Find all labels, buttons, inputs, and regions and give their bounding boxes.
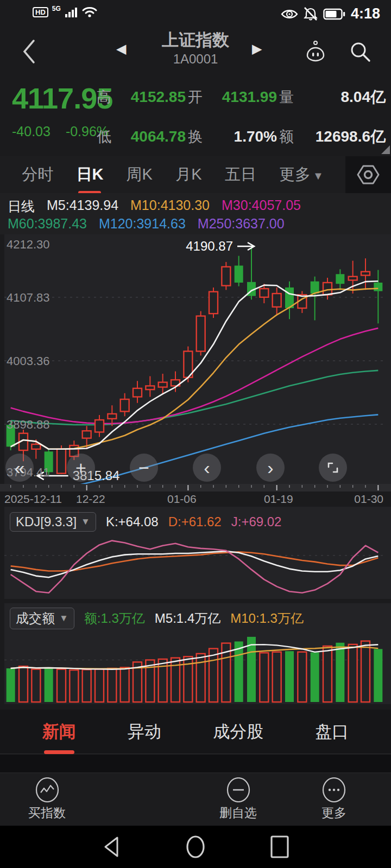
more-actions-button[interactable]: 更多 xyxy=(321,777,346,821)
volume-m5-value: M5:1.4万亿 xyxy=(155,610,220,627)
tab-constituents[interactable]: 成分股 xyxy=(213,720,263,743)
candlestick-chart[interactable]: 4190.873815.84 xyxy=(4,234,384,484)
period-tabs: 分时 日K 周K 月K 五日 更多▼ xyxy=(0,156,345,193)
bell-muted-icon xyxy=(303,7,318,21)
clock-label: 4:18 xyxy=(351,5,380,22)
tab-news[interactable]: 新闻 xyxy=(42,720,76,743)
volume-pane[interactable]: 成交额▼ 额:1.3万亿 M5:1.4万亿 M10:1.3万亿 xyxy=(4,603,391,704)
price-change: -40.03 xyxy=(12,124,51,139)
nav-recents-button[interactable] xyxy=(269,834,291,859)
stock-app-screen: HD 5G xyxy=(0,0,391,868)
status-bar: HD 5G xyxy=(0,0,391,26)
ma5-value: M5:4139.94 xyxy=(47,197,118,215)
buy-index-button[interactable]: 买指数 xyxy=(28,777,66,821)
assistant-robot-button[interactable] xyxy=(302,38,329,65)
tab-five-day[interactable]: 五日 xyxy=(224,162,257,188)
chevron-left-icon: ‹ xyxy=(204,457,210,478)
volume-type-dropdown[interactable]: 成交额▼ xyxy=(10,608,74,629)
ma120-value: M120:3914.63 xyxy=(99,216,186,232)
pan-right-button[interactable]: › xyxy=(256,454,285,482)
buy-index-label: 买指数 xyxy=(28,805,66,821)
zoom-out-button[interactable]: − xyxy=(130,454,158,482)
stat-value-turnover-rate: 1.70% xyxy=(207,128,277,145)
stat-value-high: 4152.85 xyxy=(116,88,186,106)
stat-label-amount: 额 xyxy=(279,127,299,146)
zoom-in-button[interactable]: + xyxy=(67,454,95,482)
x-axis-ruler xyxy=(0,484,391,492)
indicator-settings-button[interactable] xyxy=(345,156,391,193)
ma-line-type-label: 日线 xyxy=(8,197,35,215)
stat-value-volume: 8.04亿 xyxy=(301,87,386,107)
nav-home-button[interactable] xyxy=(185,834,206,860)
kdj-params-dropdown[interactable]: KDJ[9.3.3]▼ xyxy=(10,512,96,532)
more-actions-label: 更多 xyxy=(321,805,346,821)
tab-weekly-k[interactable]: 周K xyxy=(125,162,154,188)
ma-info-panel: 日线 M5:4139.94 M10:4130.30 M30:4057.05 M6… xyxy=(0,193,391,234)
wifi-icon xyxy=(81,5,98,18)
volume-amount-value: 额:1.3万亿 xyxy=(84,610,145,627)
hexagon-target-icon xyxy=(355,162,381,188)
fullscreen-button[interactable] xyxy=(319,454,347,482)
chevron-down-icon: ▼ xyxy=(313,170,324,182)
tab-daily-k[interactable]: 日K xyxy=(75,162,104,188)
kdj-d-value: D:+61.62 xyxy=(168,514,222,529)
minus-circle-icon xyxy=(226,777,251,802)
stat-value-open: 4131.99 xyxy=(207,88,277,106)
tab-monthly-k[interactable]: 月K xyxy=(174,162,203,188)
bottom-action-bar: 买指数 删自选 更多 xyxy=(0,773,391,826)
expand-corner-icon[interactable] xyxy=(381,145,390,154)
plus-icon: + xyxy=(75,457,86,478)
next-stock-button[interactable]: ▶ xyxy=(252,41,262,56)
ellipsis-circle-icon xyxy=(321,777,346,802)
stat-label-volume: 量 xyxy=(279,87,299,107)
signal-bars-icon xyxy=(65,5,78,18)
tab-order-book[interactable]: 盘口 xyxy=(315,720,349,743)
kdj-k-value: K:+64.08 xyxy=(106,514,159,529)
y-axis-label: 4003.36 xyxy=(7,354,50,368)
tab-more[interactable]: 更多▼ xyxy=(278,162,325,188)
ma30-value: M30:4057.05 xyxy=(222,197,301,215)
detail-tab-bar: 新闻 异动 成分股 盘口 xyxy=(0,710,391,754)
x-label: 12-22 xyxy=(76,493,105,506)
remove-watchlist-label: 删自选 xyxy=(219,805,257,821)
period-tab-bar: 分时 日K 周K 月K 五日 更多▼ xyxy=(0,156,391,193)
tab-movements[interactable]: 异动 xyxy=(128,720,161,743)
kdj-chart[interactable] xyxy=(4,537,384,596)
stat-label-open: 开 xyxy=(188,87,205,107)
volume-m10-value: M10:1.3万亿 xyxy=(230,610,304,627)
minus-icon: − xyxy=(138,457,149,478)
stat-label-turnover-rate: 换 xyxy=(188,127,205,146)
hd-badge-icon: HD xyxy=(33,7,48,17)
ma-info-row2: M60:3987.43 M120:3914.63 M250:3637.00 xyxy=(8,216,285,232)
status-right-group: 4:18 xyxy=(281,5,380,22)
y-axis-label: 4212.30 xyxy=(7,238,50,252)
quote-panel[interactable]: 4117.95 -40.03 -0.96% 高 4152.85 开 4131.9… xyxy=(0,77,391,156)
candlestick-chart-pane[interactable]: 4190.873815.84 4212.30 4107.83 4003.36 3… xyxy=(4,234,391,484)
kdj-header: KDJ[9.3.3]▼ K:+64.08 D:+61.62 J:+69.02 xyxy=(10,512,281,532)
search-button[interactable] xyxy=(348,39,373,64)
svg-text:4190.87: 4190.87 xyxy=(186,239,233,253)
remove-watchlist-button[interactable]: 删自选 xyxy=(219,777,257,821)
chevron-down-icon: ▼ xyxy=(59,613,68,624)
ma-info-row1: 日线 M5:4139.94 M10:4130.30 M30:4057.05 xyxy=(8,197,301,215)
x-label: 01-19 xyxy=(264,493,293,506)
battery-icon xyxy=(323,8,346,21)
network-type-label: 5G xyxy=(52,5,61,12)
rewind-button[interactable]: « xyxy=(5,454,34,482)
title-block: 上证指数 1A0001 xyxy=(0,29,391,67)
chevron-down-icon: ▼ xyxy=(81,516,90,527)
tab-minute[interactable]: 分时 xyxy=(21,162,54,188)
pan-left-button[interactable]: ‹ xyxy=(193,454,221,482)
trend-line-icon xyxy=(35,777,60,802)
ma60-value: M60:3987.43 xyxy=(8,216,87,232)
fullscreen-icon xyxy=(326,461,340,475)
chevron-right-icon: › xyxy=(267,457,273,478)
header: ◀ 上证指数 1A0001 ▶ xyxy=(0,26,391,77)
kdj-j-value: J:+69.02 xyxy=(231,514,282,529)
status-left-group: HD 5G xyxy=(33,5,98,18)
volume-header: 成交额▼ 额:1.3万亿 M5:1.4万亿 M10:1.3万亿 xyxy=(10,608,304,629)
volume-chart[interactable] xyxy=(4,630,384,704)
kdj-indicator-pane[interactable]: KDJ[9.3.3]▼ K:+64.08 D:+61.62 J:+69.02 xyxy=(4,507,391,599)
nav-back-button[interactable] xyxy=(101,834,122,859)
android-nav-bar xyxy=(0,826,391,868)
